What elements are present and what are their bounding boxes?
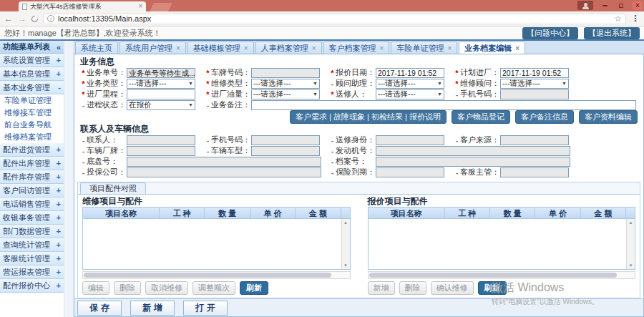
tab-close-icon[interactable]: × (447, 44, 452, 52)
tab-close-icon[interactable]: × (176, 44, 180, 52)
sidebar-subitem-repair-reception[interactable]: 维修接车管理 (0, 107, 64, 119)
column-header[interactable]: 单 价 (250, 208, 296, 218)
add-button[interactable]: 新增 (368, 281, 395, 295)
refresh-button[interactable]: 刷新 (240, 281, 268, 295)
close-button[interactable]: × (633, 1, 643, 10)
open-button[interactable]: 打 开 (183, 301, 228, 316)
repair-items-table-body[interactable]: ▲▼ (83, 219, 350, 269)
scroll-down-icon[interactable]: ▼ (343, 263, 348, 268)
mileage-field[interactable] (127, 89, 195, 99)
sidebar-item-system-settings[interactable]: 系统设置管理+ (0, 54, 64, 67)
column-header[interactable]: 单 价 (535, 208, 580, 218)
sidebar-item-operation-reports[interactable]: 营运报表管理+ (0, 265, 64, 279)
status-select[interactable]: 在报价▼ (127, 100, 195, 110)
tab-system-users[interactable]: 系统用户管理× (119, 42, 186, 54)
browser-menu-icon[interactable]: ⋮ (631, 14, 640, 24)
expand-icon[interactable]: + (57, 281, 61, 290)
expand-icon[interactable]: + (57, 200, 61, 208)
sidebar-item-parts-outbound[interactable]: 配件出库管理+ (0, 157, 64, 170)
tab-home[interactable]: 系统主页 (75, 42, 118, 54)
column-header[interactable]: 数 量 (205, 208, 250, 218)
scroll-up-icon[interactable]: ▲ (343, 220, 348, 225)
restore-button[interactable] (616, 1, 626, 10)
address-bar[interactable]: i localhost:13395/Main.aspx ☆ (43, 14, 626, 24)
sender-select[interactable]: ---请选择---▼ (376, 89, 444, 99)
sidebar-item-basic-info[interactable]: 基本信息管理+ (0, 67, 64, 81)
bookmark-star-icon[interactable]: ☆ (614, 14, 622, 24)
sidebar-item-telesales[interactable]: 电话销售管理+ (0, 197, 64, 211)
expand-icon[interactable]: + (57, 240, 61, 249)
collapse-icon[interactable]: - (58, 83, 61, 92)
cancel-repair-button[interactable]: 取消维修 (145, 281, 188, 295)
tab-close-icon[interactable]: × (515, 44, 519, 52)
tab-customer-files[interactable]: 客户档案管理× (323, 42, 390, 54)
forward-icon[interactable]: → (18, 14, 26, 23)
sidebar-item-parts-quote-center[interactable]: 配件报价中心+ (0, 279, 64, 293)
save-button[interactable]: 保 存 (77, 301, 122, 316)
refresh-button[interactable]: 刷新 (478, 281, 507, 295)
scrollbar-thumb[interactable] (84, 273, 331, 278)
sidebar-item-cashier[interactable]: 收银事务管理+ (0, 211, 64, 225)
sidebar-splitter[interactable] (64, 41, 74, 317)
vertical-scrollbar[interactable]: ▲▼ (341, 219, 350, 269)
vertical-scrollbar[interactable]: ▲▼ (626, 219, 635, 269)
expand-icon[interactable]: + (57, 69, 61, 78)
expand-icon[interactable]: + (57, 159, 61, 167)
sidebar-item-parts-inventory[interactable]: 配件库存管理+ (0, 170, 64, 184)
sidebar-subitem-front-desk-nav[interactable]: 前台业务导航 (0, 119, 64, 131)
expand-icon[interactable]: + (57, 254, 61, 263)
back-icon[interactable]: ← (4, 14, 13, 23)
sidebar-header[interactable]: 功能菜单列表 « (0, 41, 64, 54)
sidebar-subitem-repair-files[interactable]: 维修档案管理 (0, 131, 64, 143)
horizontal-scrollbar[interactable] (368, 271, 636, 279)
quote-items-table-body[interactable]: ▲▼ (369, 219, 635, 269)
fuel-level-select[interactable]: ---请选择---▼ (251, 89, 320, 99)
tab-base-template[interactable]: 基础模板管理× (187, 42, 254, 54)
expand-icon[interactable]: + (57, 213, 61, 222)
horizontal-scrollbar[interactable] (82, 271, 351, 279)
issue-center-button[interactable]: 【问题中心】 (522, 27, 578, 39)
tab-insurance-docs[interactable]: 车险单证管理× (391, 42, 457, 54)
profile-icon[interactable] (577, 1, 593, 10)
repair-advisor-select[interactable]: ---请选择---▼ (500, 79, 569, 89)
scrollbar-thumb[interactable] (369, 273, 617, 278)
sidebar-item-dept-data[interactable]: 部门数据管理+ (0, 225, 64, 238)
customer-request-button[interactable]: 客户需求 | 故障现象 | 初检结果 | 报价说明 (290, 110, 447, 124)
collapse-sidebar-icon[interactable]: « (57, 43, 61, 52)
tab-close-icon[interactable]: × (244, 44, 248, 52)
confirm-repair-button[interactable]: 确认维修 (431, 281, 474, 295)
plan-in-date-field[interactable]: 2017-11-19 01:52 (500, 68, 569, 78)
new-tab-button[interactable] (150, 3, 172, 11)
column-header[interactable]: 金 额 (296, 208, 341, 218)
column-header[interactable]: 项目名称 (369, 208, 445, 218)
logout-button[interactable]: 【退出系统】 (584, 27, 640, 39)
sidebar-item-query-stats[interactable]: 查询统计管理+ (0, 238, 64, 252)
quote-date-field[interactable]: 2017-11-19 01:52 (376, 68, 444, 78)
delete-button[interactable]: 删除 (399, 281, 426, 295)
delete-button[interactable]: 删除 (114, 281, 141, 295)
sidebar-item-parts-purchase[interactable]: 配件进货管理+ (0, 143, 64, 157)
repair-type-select[interactable]: ---请选择---▼ (251, 79, 320, 89)
expand-icon[interactable]: + (57, 227, 61, 235)
refresh-icon[interactable] (30, 14, 39, 24)
column-header[interactable]: 工 种 (160, 208, 205, 218)
scroll-down-icon[interactable]: ▼ (629, 263, 633, 268)
sidebar-item-basic-business[interactable]: 基本业务管理- (0, 81, 64, 94)
adjust-order-button[interactable]: 调整顺次 (192, 281, 235, 295)
expand-icon[interactable]: + (57, 172, 61, 181)
remark-field[interactable] (251, 100, 636, 110)
sidebar-item-customer-followup[interactable]: 客户回访管理+ (0, 184, 64, 197)
column-header[interactable]: 工 种 (445, 208, 490, 218)
expand-icon[interactable]: + (57, 145, 61, 154)
new-button[interactable]: 新 增 (130, 301, 175, 316)
tab-close-icon[interactable]: × (312, 44, 316, 52)
expand-icon[interactable]: + (57, 56, 61, 64)
customer-note-button[interactable]: 客户备注信息 (515, 110, 574, 124)
expand-icon[interactable]: + (57, 186, 61, 195)
column-header[interactable]: 数 量 (490, 208, 535, 218)
column-header[interactable]: 金 额 (581, 208, 626, 218)
sidebar-item-service-stats[interactable]: 客服统计管理+ (0, 252, 64, 265)
tab-close-icon[interactable]: × (380, 44, 384, 52)
tab-project-parts[interactable]: 项目配件对照 (80, 182, 146, 194)
info-icon[interactable]: i (47, 15, 54, 22)
